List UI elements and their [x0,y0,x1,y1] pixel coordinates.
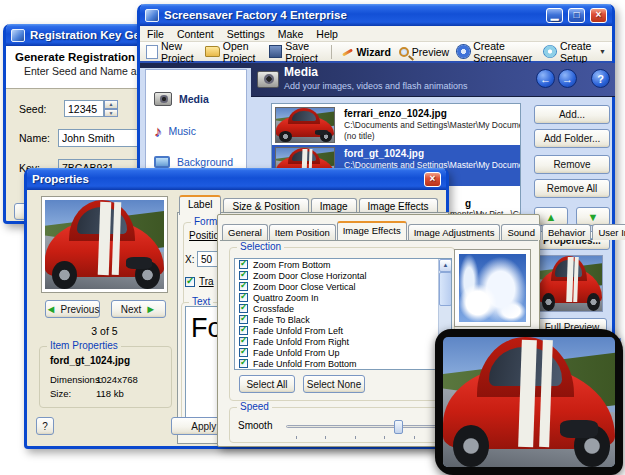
create-screensaver-button[interactable]: Create Screensaver [457,40,535,64]
effect-item[interactable]: Fade Unfold From Right [235,336,451,347]
effect-item[interactable]: Fade To Black [235,314,451,325]
effects-list[interactable]: Zoom From Bottom Zoom Door Close Horizon… [234,258,452,370]
camera-icon [257,71,279,88]
checkmark-icon[interactable] [239,271,248,280]
close-icon[interactable]: × [590,8,607,23]
tab-label[interactable]: Label [179,195,221,215]
forward-icon[interactable]: → [558,69,577,88]
create-screensaver-label: Create Screensaver [473,40,535,64]
effect-label: Crossfade [253,304,294,314]
effect-item[interactable]: Quattro Zoom In [235,292,451,303]
maximize-icon[interactable]: □ [568,8,585,23]
open-project-label: Open Project [223,40,261,64]
file-name-fragment: g [465,198,471,209]
properties-titlebar[interactable]: Properties × [27,168,446,190]
checkmark-icon[interactable] [239,293,248,302]
create-setup-icon [543,45,557,58]
menu-file[interactable]: File [147,28,164,40]
checkmark-icon[interactable] [239,326,248,335]
menu-content[interactable]: Content [177,28,214,40]
minimize-icon[interactable]: ▁ [546,8,563,23]
checkmark-icon[interactable] [239,260,248,269]
help-icon[interactable]: ? [591,69,610,88]
sidebar-item-background[interactable]: Background [154,156,233,168]
save-project-label: Save Project [285,40,323,64]
remove-all-button[interactable]: Remove All [534,179,610,198]
checkmark-icon[interactable] [239,359,248,368]
effects-tabs: General Item Position Image Effects Imag… [222,221,625,240]
menu-make[interactable]: Make [278,28,304,40]
next-button[interactable]: Next► [111,300,166,318]
preview-label: Preview [412,46,449,58]
slider-thumb[interactable] [394,420,403,434]
wizard-icon [340,45,354,59]
seed-spinner[interactable]: ▲▼ [104,100,118,117]
effect-item[interactable]: Crossfade [235,303,451,314]
add-folder-button[interactable]: Add Folder... [534,129,610,148]
remove-button[interactable]: Remove [534,155,610,174]
tab-behavior[interactable]: Behavior [542,224,592,240]
effect-label: Fade Unfold From Left [253,326,343,336]
name-label: Name: [19,132,50,144]
previous-button[interactable]: ◄Previous [45,300,100,318]
tab-image-adjustments[interactable]: Image Adjustments [408,224,501,240]
sidebar-item-music[interactable]: ♪Music [154,124,196,138]
spin-down-icon[interactable]: ▼ [104,109,118,118]
new-project-button[interactable]: New Project [146,40,197,64]
transparent-label: Tra [199,276,214,287]
spin-up-icon[interactable]: ▲ [104,100,118,109]
item-properties-label: Item Properties [47,340,121,352]
menu-settings[interactable]: Settings [227,28,265,40]
wizard-label: Wizard [357,46,391,58]
checkmark-icon[interactable] [239,304,248,313]
scroll-up-icon[interactable]: ▲ [439,259,452,272]
file-note: (no title) [344,131,375,141]
ford-gt-scene [443,337,615,467]
checkmark-icon[interactable] [239,315,248,324]
open-project-button[interactable]: Open Project [205,40,261,64]
media-header-band: Media Add your images, videos and flash … [251,63,615,97]
main-titlebar[interactable]: Screensaver Factory 4 Enterprise ▁ □ × [140,4,612,26]
scrollbar-thumb[interactable] [439,272,452,306]
effect-item[interactable]: Zoom Door Close Horizontal [235,270,451,281]
effect-item[interactable]: Fade Unfold From Bottom [235,358,451,369]
properties-close-icon[interactable]: × [424,172,441,187]
media-list-row-ferrari[interactable]: ferrari_enzo_1024.jpg C:\Documents and S… [272,105,520,145]
menu-help[interactable]: Help [316,28,338,40]
tab-general[interactable]: General [222,224,268,240]
smooth-label: Smooth [238,420,272,431]
create-setup-button[interactable]: Create Setup▼ [543,40,606,64]
sidebar-item-media[interactable]: Media [154,92,209,106]
item-preview-image [41,196,168,293]
ferrari-thumbnail [275,107,335,143]
checkmark-icon[interactable] [239,282,248,291]
checkmark-icon[interactable] [239,337,248,346]
add-button[interactable]: Add... [534,105,610,124]
preview-button[interactable]: Preview [399,46,449,58]
transparent-checkbox[interactable]: Tra [185,276,214,287]
open-project-icon [205,46,220,57]
tab-user-interface[interactable]: User Interface [592,224,625,240]
tab-item-position[interactable]: Item Position [269,224,336,240]
file-name: ford_gt_1024.jpg [344,148,424,159]
properties-help-button[interactable]: ? [36,417,54,435]
wizard-button[interactable]: Wizard [340,45,391,59]
effect-label: Quattro Zoom In [253,293,319,303]
effect-item[interactable]: Fade Unfold From Up [235,347,451,358]
save-project-button[interactable]: Save Project [269,40,323,64]
effect-item[interactable]: Zoom Door Close Vertical [235,281,451,292]
item-filename: ford_gt_1024.jpg [50,355,130,366]
checkmark-icon[interactable] [239,348,248,357]
effect-label: Fade Unfold From Up [253,348,340,358]
effect-item[interactable]: Zoom From Bottom [235,259,451,270]
previous-label: Previous [61,304,100,315]
select-all-button[interactable]: Select All [239,375,295,393]
tab-sound[interactable]: Sound [501,224,540,240]
create-setup-label: Create Setup [560,40,596,64]
seed-input[interactable] [64,100,104,117]
effect-item[interactable]: Fade Unfold From Left [235,325,451,336]
back-icon[interactable]: ← [536,69,555,88]
x-label: X: [185,254,194,265]
select-none-button[interactable]: Select None [303,375,365,393]
tab-image-effects[interactable]: Image Effects [337,221,407,240]
